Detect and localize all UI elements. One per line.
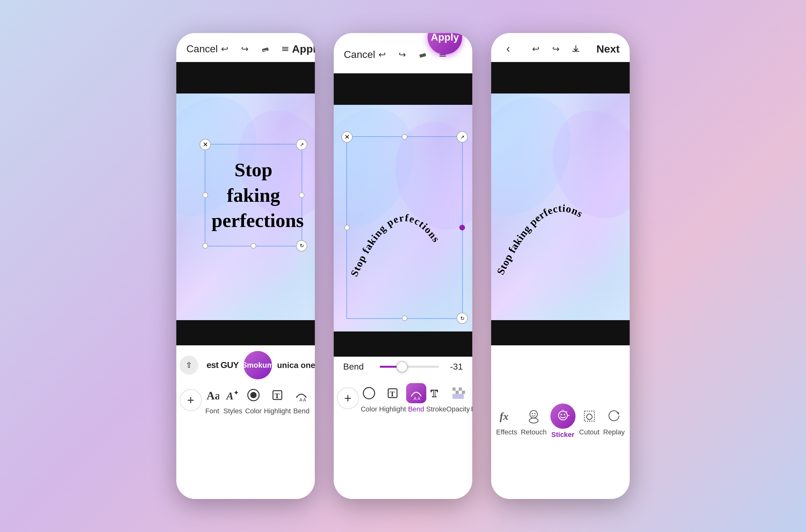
svg-point-40: [560, 414, 562, 416]
redo-icon-1[interactable]: ↪: [238, 42, 252, 56]
redo-icon-2[interactable]: ↪: [395, 48, 409, 61]
back-icon-3[interactable]: ‹: [501, 42, 515, 56]
highlight-tool-icon-2: T: [382, 383, 403, 403]
color-tool-label-1: Color: [245, 407, 262, 415]
svg-rect-12: [419, 53, 426, 58]
top-bar-2: Cancel ↩ ↪ Apply: [334, 33, 472, 73]
plus-icon-2[interactable]: +: [337, 387, 359, 409]
undo-icon-3[interactable]: ↩: [529, 42, 542, 56]
bend-slider-row-2: Bend -31: [334, 357, 472, 377]
sticker-tool-label-3: Sticker: [551, 431, 574, 439]
plus-tool-1[interactable]: +: [180, 389, 202, 411]
curved-text-svg-2: Stop faking perfections: [347, 137, 462, 318]
font-strip-1: ⇧ est GUY Smokum unica one Fl: [176, 348, 315, 382]
eraser-icon-2[interactable]: [416, 48, 429, 61]
cancel-button-2[interactable]: Cancel: [344, 49, 375, 60]
svg-rect-2: [282, 49, 288, 50]
undo-icon-1[interactable]: ↩: [218, 42, 232, 56]
bend-tool-label-2: Bend: [408, 405, 424, 413]
close-handle-1[interactable]: ✕: [200, 139, 211, 150]
svg-rect-25: [455, 391, 459, 394]
stroke-tool-2[interactable]: T Stroke: [426, 383, 447, 413]
rotate-handle-1[interactable]: ↻: [296, 240, 307, 251]
stroke-tool-icon-2: T: [426, 383, 447, 403]
handle-bm-2[interactable]: [402, 316, 407, 321]
svg-text:Stop faking perfections: Stop faking perfections: [348, 212, 442, 278]
opacity-tool-label-2: Opacity: [447, 405, 470, 413]
svg-rect-29: [462, 391, 465, 394]
phone-3: ‹ ↩ ↪ Next Stop faking perfections: [491, 33, 630, 499]
svg-rect-0: [262, 47, 268, 52]
handle-ml-2[interactable]: [344, 225, 350, 230]
bend-value-2: -31: [444, 362, 463, 372]
opacity-tool-2[interactable]: Opacity: [447, 383, 470, 413]
top-bar-1: Cancel ↩ ↪ Apply: [176, 33, 315, 62]
color-tool-2[interactable]: Color: [359, 383, 379, 413]
handle-tm-2[interactable]: [402, 134, 407, 140]
replay-tool-3[interactable]: Replay: [603, 406, 625, 436]
plus-icon-1[interactable]: +: [180, 389, 202, 411]
next-button-3[interactable]: Next: [596, 43, 620, 55]
bend-label-2: Bend: [343, 362, 375, 372]
font-best-guy[interactable]: est GUY: [202, 358, 244, 372]
color-tool-icon-2: [359, 383, 379, 403]
sticker-tool-3[interactable]: Sticker: [550, 403, 576, 439]
cancel-button-1[interactable]: Cancel: [186, 43, 218, 55]
handle-bl-1[interactable]: [203, 243, 208, 249]
stroke-tool-label-2: Stroke: [426, 405, 447, 413]
svg-point-35: [530, 411, 538, 418]
close-handle-2[interactable]: ✕: [341, 131, 353, 142]
handle-mr-1[interactable]: [299, 192, 304, 198]
apply-button-1[interactable]: Apply: [292, 43, 315, 55]
retouch-tool-icon-3: [524, 406, 544, 426]
tool-row-1: + Aa Font A✦ Styles Color: [176, 382, 315, 417]
blend-tool-2[interactable]: Blend: [470, 383, 472, 413]
styles-tool-1[interactable]: A✦ Styles: [223, 385, 243, 415]
layers-icon-1[interactable]: [278, 42, 292, 56]
slider-thumb-2[interactable]: [396, 361, 408, 373]
svg-text:T: T: [431, 387, 438, 399]
color-tool-1[interactable]: Color: [243, 385, 264, 415]
plus-tool-2[interactable]: +: [337, 387, 359, 409]
highlight-tool-label-1: Highlight: [264, 407, 291, 415]
canvas-1: ✕ ↗ ↻ Stop faking perfections: [176, 62, 315, 345]
rotate-handle-2[interactable]: ↻: [456, 312, 468, 324]
svg-text:T: T: [390, 390, 395, 398]
slider-track-2[interactable]: [380, 366, 439, 368]
redo-icon-3[interactable]: ↪: [549, 42, 563, 56]
handle-mr-2[interactable]: [460, 225, 465, 230]
bend-tool-icon-2: A A: [406, 383, 426, 403]
retouch-tool-3[interactable]: Retouch: [521, 406, 547, 436]
cutout-tool-3[interactable]: Cutout: [579, 406, 599, 436]
svg-rect-23: [455, 387, 459, 391]
undo-icon-2[interactable]: ↩: [375, 48, 389, 61]
tool-row-2: + Color T Highlight A A Bend: [334, 380, 472, 415]
highlight-tool-1[interactable]: T Highlight: [264, 385, 291, 415]
font-tool-1[interactable]: Aa Font: [202, 385, 222, 415]
blend-tool-label-2: Blend: [471, 405, 472, 413]
handle-ml-1[interactable]: [203, 192, 208, 198]
scale-handle-1[interactable]: ↗: [296, 139, 307, 150]
svg-point-37: [532, 413, 533, 414]
bend-tool-1[interactable]: A A Bend: [291, 385, 312, 415]
svg-point-41: [564, 414, 565, 416]
svg-text:A: A: [226, 390, 233, 402]
replay-tool-label-3: Replay: [603, 428, 625, 436]
highlight-tool-2[interactable]: T Highlight: [379, 383, 406, 413]
scale-handle-2[interactable]: ↗: [456, 131, 468, 142]
svg-text:A A: A A: [299, 397, 306, 402]
effects-tool-3[interactable]: fx Effects: [496, 406, 517, 436]
svg-text:✦: ✦: [233, 389, 239, 397]
download-icon-3[interactable]: [569, 42, 583, 56]
svg-point-38: [534, 413, 536, 414]
top-bar-icons-3: ↩ ↪: [529, 42, 583, 56]
bend-tool-2[interactable]: A A Bend: [406, 383, 426, 413]
chevron-up-1[interactable]: ⇧: [180, 356, 198, 375]
font-unica[interactable]: unica one: [272, 359, 315, 372]
font-smokum[interactable]: Smokum: [244, 351, 272, 379]
top-bar-left-3: ‹: [501, 42, 515, 56]
canvas-3: Stop faking perfections: [491, 62, 630, 345]
handle-bm-1[interactable]: [250, 243, 256, 249]
eraser-icon-1[interactable]: [258, 42, 272, 56]
styles-tool-icon-1: A✦: [223, 385, 243, 405]
